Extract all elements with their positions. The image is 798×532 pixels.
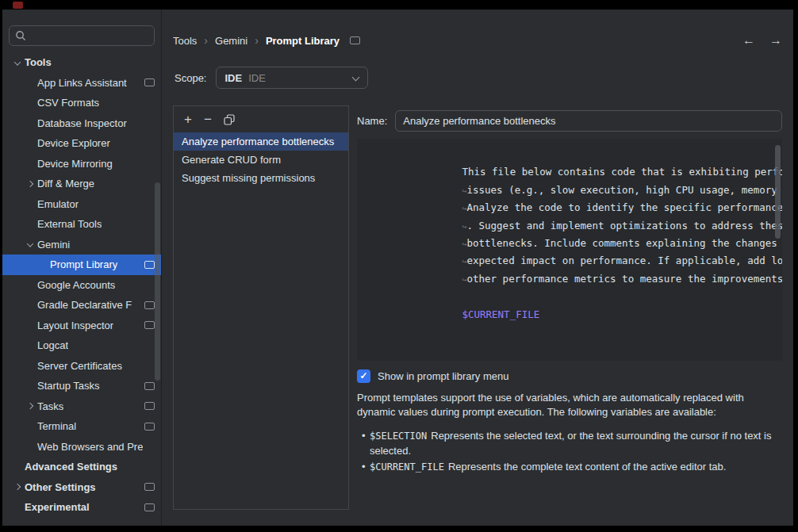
settings-tree-item[interactable]: Logcat (2, 335, 161, 356)
tree-item-label: External Tools (37, 218, 102, 230)
settings-tree-item[interactable]: Other Settings (2, 477, 161, 498)
settings-tree-item[interactable]: Diff & Merge (2, 174, 161, 194)
tree-item-label: Tools (25, 56, 52, 68)
tree-item-label: Logcat (37, 339, 68, 351)
breadcrumb-item[interactable]: Tools (173, 35, 197, 47)
show-in-menu-checkbox[interactable]: ✓ (357, 369, 370, 383)
tree-item-label: App Links Assistant (37, 77, 127, 89)
editor-scrollbar[interactable] (775, 145, 781, 239)
settings-tree-item[interactable]: Prompt Library (2, 255, 161, 275)
sidebar-scrollbar[interactable] (155, 182, 160, 381)
scope-select[interactable]: IDE IDE (216, 67, 368, 89)
chevron-icon (25, 295, 37, 316)
copy-icon (224, 114, 235, 125)
chevron-icon (25, 93, 37, 113)
back-button[interactable]: ← (742, 33, 755, 48)
prompt-item[interactable]: Suggest missing permissions (174, 169, 348, 187)
scope-selected-value: IDE (224, 72, 242, 84)
chevron-icon (12, 477, 25, 498)
tree-item-label: Emulator (37, 198, 79, 210)
variable-name: $CURRENT_FILE (370, 461, 444, 473)
tree-item-label: Database Inspector (37, 117, 127, 129)
tree-item-label: Device Explorer (37, 137, 110, 149)
scope-row: Scope: IDE IDE (173, 67, 782, 89)
settings-tree-item[interactable]: Google Accounts (2, 275, 161, 296)
settings-tree-item[interactable]: App Links Assistant (2, 73, 161, 94)
ide-setting-icon (144, 382, 155, 390)
breadcrumb-item[interactable]: Gemini (215, 35, 247, 47)
editor-line-text: expected impact on performance. If appli… (466, 255, 782, 266)
chevron-icon (12, 497, 25, 518)
settings-tree-item[interactable]: CSV Formats (2, 93, 161, 113)
variable-bullet: $CURRENT_FILERepresents the complete tex… (357, 460, 782, 475)
ide-setting-icon (350, 36, 360, 44)
settings-tree-item[interactable]: Device Explorer (2, 133, 161, 154)
bullet-icon (357, 460, 370, 475)
remove-button[interactable]: − (204, 113, 212, 126)
tree-item-label: Prompt Library (50, 258, 117, 270)
copy-button[interactable] (224, 114, 235, 125)
ide-setting-icon (144, 483, 155, 491)
editor-line-text: bottlenecks. Include comments explaining… (466, 237, 782, 249)
record-indicator (13, 2, 23, 9)
settings-tree-item[interactable]: Gradle Declarative F (2, 295, 161, 316)
settings-tree-item[interactable]: Web Browsers and Pre (2, 437, 161, 457)
forward-button[interactable]: → (769, 33, 782, 48)
prompt-item[interactable]: Analyze performance bottlenecks (174, 132, 348, 151)
breadcrumb-item-current: Prompt Library (266, 35, 340, 47)
variable-desc: Represents the complete text content of … (448, 461, 726, 473)
settings-tree-item[interactable]: Startup Tasks (2, 376, 161, 396)
chevron-icon (25, 194, 37, 215)
chevron-icon (25, 376, 37, 396)
settings-tree-item[interactable]: Emulator (2, 194, 161, 215)
add-button[interactable]: + (184, 113, 192, 126)
settings-tree-item[interactable]: Tools (2, 52, 161, 73)
settings-tree-item[interactable]: Tasks (2, 396, 161, 417)
variable-bullet-text: $CURRENT_FILERepresents the complete tex… (370, 460, 726, 475)
settings-tree-item[interactable]: Server Certificates (2, 356, 161, 377)
settings-tree-item[interactable]: Terminal (2, 416, 161, 437)
editor-line-text: . Suggest and implement optimizations to… (466, 220, 782, 232)
editor-line: This file below contains code that is ex… (366, 146, 773, 163)
chevron-icon (25, 133, 37, 154)
editor-line-text: other performance metrics to measure the… (466, 273, 782, 285)
settings-tree-item[interactable]: Database Inspector (2, 113, 161, 134)
ide-setting-icon (144, 321, 155, 329)
variable-desc: Represents the selected text, or the tex… (370, 430, 771, 457)
ide-setting-icon (144, 301, 155, 309)
search-input[interactable] (30, 30, 148, 42)
chevron-icon (12, 457, 25, 477)
settings-tree-item[interactable]: Advanced Settings (2, 457, 161, 477)
chevron-icon (25, 437, 37, 457)
chevron-icon (25, 275, 37, 296)
name-input[interactable] (395, 110, 782, 132)
chevron-icon (25, 154, 37, 174)
chevron-icon (25, 316, 37, 336)
chevron-icon (12, 52, 25, 73)
chevron-icon (25, 174, 37, 194)
search-icon (15, 30, 26, 41)
chevron-down-icon (352, 75, 359, 82)
settings-tree-item[interactable]: External Tools (2, 214, 161, 235)
breadcrumb: Tools › Gemini › Prompt Library (173, 34, 360, 47)
settings-tree-item[interactable]: Gemini (2, 235, 161, 255)
settings-window: Tools App Links Assistant CSV Formats (0, 0, 798, 532)
checkbox-label: Show in prompt library menu (378, 370, 508, 382)
settings-search (9, 25, 155, 46)
ide-setting-icon (144, 261, 155, 269)
prompt-item[interactable]: Generate CRUD form (174, 151, 348, 169)
breadcrumb-separator-icon: › (204, 34, 208, 47)
bullet-icon (357, 429, 370, 457)
editor-line-text: $CURRENT_FILE (462, 308, 539, 320)
tree-item-label: Layout Inspector (37, 320, 113, 331)
prompt-editor[interactable]: This file below contains code that is ex… (357, 139, 782, 361)
ide-setting-icon (144, 503, 155, 511)
tree-item-label: CSV Formats (37, 97, 99, 109)
tree-item-label: Other Settings (25, 481, 96, 493)
prompt-list: Analyze performance bottlenecks Generate… (174, 132, 348, 187)
settings-tree-item[interactable]: Device Mirroring (2, 154, 161, 174)
settings-tree-item[interactable]: Layout Inspector (2, 316, 161, 336)
settings-tree-item[interactable]: Experimental (2, 497, 161, 518)
prompt-detail: Name: This file below contains code that… (357, 105, 782, 510)
tree-item-label: Advanced Settings (25, 461, 117, 473)
